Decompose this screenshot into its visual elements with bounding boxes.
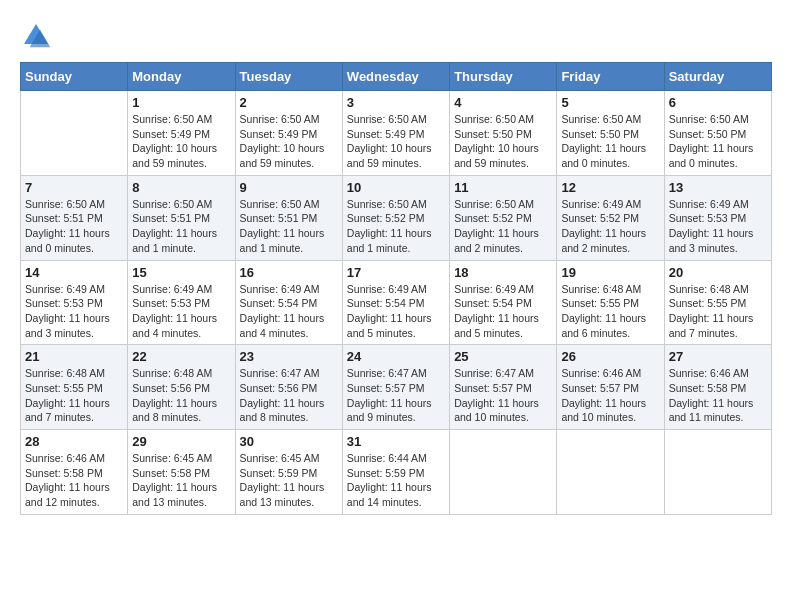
- calendar-cell: 1Sunrise: 6:50 AM Sunset: 5:49 PM Daylig…: [128, 91, 235, 176]
- day-of-week-header: Friday: [557, 63, 664, 91]
- calendar-cell: 18Sunrise: 6:49 AM Sunset: 5:54 PM Dayli…: [450, 260, 557, 345]
- day-of-week-header: Sunday: [21, 63, 128, 91]
- calendar-cell: 23Sunrise: 6:47 AM Sunset: 5:56 PM Dayli…: [235, 345, 342, 430]
- day-info: Sunrise: 6:49 AM Sunset: 5:53 PM Dayligh…: [669, 197, 767, 256]
- calendar-cell: 13Sunrise: 6:49 AM Sunset: 5:53 PM Dayli…: [664, 175, 771, 260]
- day-info: Sunrise: 6:50 AM Sunset: 5:49 PM Dayligh…: [132, 112, 230, 171]
- calendar-cell: 22Sunrise: 6:48 AM Sunset: 5:56 PM Dayli…: [128, 345, 235, 430]
- day-info: Sunrise: 6:49 AM Sunset: 5:54 PM Dayligh…: [240, 282, 338, 341]
- logo: [20, 20, 54, 52]
- day-info: Sunrise: 6:50 AM Sunset: 5:51 PM Dayligh…: [240, 197, 338, 256]
- day-info: Sunrise: 6:49 AM Sunset: 5:52 PM Dayligh…: [561, 197, 659, 256]
- calendar-cell: 15Sunrise: 6:49 AM Sunset: 5:53 PM Dayli…: [128, 260, 235, 345]
- day-info: Sunrise: 6:49 AM Sunset: 5:54 PM Dayligh…: [454, 282, 552, 341]
- day-number: 28: [25, 434, 123, 449]
- calendar-cell: 4Sunrise: 6:50 AM Sunset: 5:50 PM Daylig…: [450, 91, 557, 176]
- day-number: 4: [454, 95, 552, 110]
- day-info: Sunrise: 6:46 AM Sunset: 5:58 PM Dayligh…: [25, 451, 123, 510]
- calendar-cell: [450, 430, 557, 515]
- day-number: 22: [132, 349, 230, 364]
- day-info: Sunrise: 6:50 AM Sunset: 5:52 PM Dayligh…: [454, 197, 552, 256]
- day-number: 13: [669, 180, 767, 195]
- calendar-week-row: 21Sunrise: 6:48 AM Sunset: 5:55 PM Dayli…: [21, 345, 772, 430]
- day-info: Sunrise: 6:45 AM Sunset: 5:59 PM Dayligh…: [240, 451, 338, 510]
- day-number: 1: [132, 95, 230, 110]
- day-info: Sunrise: 6:44 AM Sunset: 5:59 PM Dayligh…: [347, 451, 445, 510]
- day-of-week-header: Wednesday: [342, 63, 449, 91]
- day-of-week-header: Saturday: [664, 63, 771, 91]
- day-number: 11: [454, 180, 552, 195]
- day-info: Sunrise: 6:50 AM Sunset: 5:49 PM Dayligh…: [240, 112, 338, 171]
- day-number: 12: [561, 180, 659, 195]
- day-info: Sunrise: 6:47 AM Sunset: 5:57 PM Dayligh…: [454, 366, 552, 425]
- day-info: Sunrise: 6:48 AM Sunset: 5:55 PM Dayligh…: [561, 282, 659, 341]
- day-info: Sunrise: 6:48 AM Sunset: 5:55 PM Dayligh…: [669, 282, 767, 341]
- day-info: Sunrise: 6:49 AM Sunset: 5:53 PM Dayligh…: [132, 282, 230, 341]
- calendar-week-row: 14Sunrise: 6:49 AM Sunset: 5:53 PM Dayli…: [21, 260, 772, 345]
- day-of-week-header: Thursday: [450, 63, 557, 91]
- day-number: 15: [132, 265, 230, 280]
- day-number: 21: [25, 349, 123, 364]
- page-header: [20, 20, 772, 52]
- day-of-week-header: Tuesday: [235, 63, 342, 91]
- day-number: 3: [347, 95, 445, 110]
- day-number: 9: [240, 180, 338, 195]
- calendar-cell: 7Sunrise: 6:50 AM Sunset: 5:51 PM Daylig…: [21, 175, 128, 260]
- day-info: Sunrise: 6:50 AM Sunset: 5:50 PM Dayligh…: [561, 112, 659, 171]
- calendar-week-row: 1Sunrise: 6:50 AM Sunset: 5:49 PM Daylig…: [21, 91, 772, 176]
- calendar-cell: 8Sunrise: 6:50 AM Sunset: 5:51 PM Daylig…: [128, 175, 235, 260]
- day-info: Sunrise: 6:46 AM Sunset: 5:58 PM Dayligh…: [669, 366, 767, 425]
- calendar-cell: 17Sunrise: 6:49 AM Sunset: 5:54 PM Dayli…: [342, 260, 449, 345]
- day-number: 30: [240, 434, 338, 449]
- calendar-cell: 26Sunrise: 6:46 AM Sunset: 5:57 PM Dayli…: [557, 345, 664, 430]
- day-info: Sunrise: 6:48 AM Sunset: 5:56 PM Dayligh…: [132, 366, 230, 425]
- day-number: 17: [347, 265, 445, 280]
- calendar-cell: [557, 430, 664, 515]
- day-number: 18: [454, 265, 552, 280]
- day-number: 7: [25, 180, 123, 195]
- calendar-cell: 10Sunrise: 6:50 AM Sunset: 5:52 PM Dayli…: [342, 175, 449, 260]
- calendar-week-row: 28Sunrise: 6:46 AM Sunset: 5:58 PM Dayli…: [21, 430, 772, 515]
- logo-icon: [20, 20, 52, 52]
- day-number: 29: [132, 434, 230, 449]
- calendar-cell: 11Sunrise: 6:50 AM Sunset: 5:52 PM Dayli…: [450, 175, 557, 260]
- day-info: Sunrise: 6:50 AM Sunset: 5:52 PM Dayligh…: [347, 197, 445, 256]
- day-info: Sunrise: 6:49 AM Sunset: 5:53 PM Dayligh…: [25, 282, 123, 341]
- day-number: 6: [669, 95, 767, 110]
- calendar-cell: 9Sunrise: 6:50 AM Sunset: 5:51 PM Daylig…: [235, 175, 342, 260]
- calendar-cell: 2Sunrise: 6:50 AM Sunset: 5:49 PM Daylig…: [235, 91, 342, 176]
- calendar-cell: 6Sunrise: 6:50 AM Sunset: 5:50 PM Daylig…: [664, 91, 771, 176]
- day-info: Sunrise: 6:50 AM Sunset: 5:51 PM Dayligh…: [25, 197, 123, 256]
- calendar-header-row: SundayMondayTuesdayWednesdayThursdayFrid…: [21, 63, 772, 91]
- calendar-table: SundayMondayTuesdayWednesdayThursdayFrid…: [20, 62, 772, 515]
- day-number: 5: [561, 95, 659, 110]
- day-number: 10: [347, 180, 445, 195]
- day-info: Sunrise: 6:50 AM Sunset: 5:50 PM Dayligh…: [669, 112, 767, 171]
- day-number: 23: [240, 349, 338, 364]
- day-info: Sunrise: 6:50 AM Sunset: 5:50 PM Dayligh…: [454, 112, 552, 171]
- calendar-cell: 29Sunrise: 6:45 AM Sunset: 5:58 PM Dayli…: [128, 430, 235, 515]
- calendar-cell: 16Sunrise: 6:49 AM Sunset: 5:54 PM Dayli…: [235, 260, 342, 345]
- day-number: 20: [669, 265, 767, 280]
- calendar-cell: 31Sunrise: 6:44 AM Sunset: 5:59 PM Dayli…: [342, 430, 449, 515]
- day-number: 8: [132, 180, 230, 195]
- calendar-cell: 19Sunrise: 6:48 AM Sunset: 5:55 PM Dayli…: [557, 260, 664, 345]
- day-number: 14: [25, 265, 123, 280]
- day-info: Sunrise: 6:47 AM Sunset: 5:57 PM Dayligh…: [347, 366, 445, 425]
- calendar-cell: 20Sunrise: 6:48 AM Sunset: 5:55 PM Dayli…: [664, 260, 771, 345]
- day-info: Sunrise: 6:46 AM Sunset: 5:57 PM Dayligh…: [561, 366, 659, 425]
- day-number: 16: [240, 265, 338, 280]
- day-info: Sunrise: 6:47 AM Sunset: 5:56 PM Dayligh…: [240, 366, 338, 425]
- calendar-cell: 3Sunrise: 6:50 AM Sunset: 5:49 PM Daylig…: [342, 91, 449, 176]
- day-number: 24: [347, 349, 445, 364]
- calendar-cell: 5Sunrise: 6:50 AM Sunset: 5:50 PM Daylig…: [557, 91, 664, 176]
- day-info: Sunrise: 6:48 AM Sunset: 5:55 PM Dayligh…: [25, 366, 123, 425]
- day-info: Sunrise: 6:49 AM Sunset: 5:54 PM Dayligh…: [347, 282, 445, 341]
- calendar-cell: 30Sunrise: 6:45 AM Sunset: 5:59 PM Dayli…: [235, 430, 342, 515]
- day-info: Sunrise: 6:50 AM Sunset: 5:49 PM Dayligh…: [347, 112, 445, 171]
- day-of-week-header: Monday: [128, 63, 235, 91]
- calendar-cell: 27Sunrise: 6:46 AM Sunset: 5:58 PM Dayli…: [664, 345, 771, 430]
- day-number: 25: [454, 349, 552, 364]
- day-number: 31: [347, 434, 445, 449]
- day-info: Sunrise: 6:45 AM Sunset: 5:58 PM Dayligh…: [132, 451, 230, 510]
